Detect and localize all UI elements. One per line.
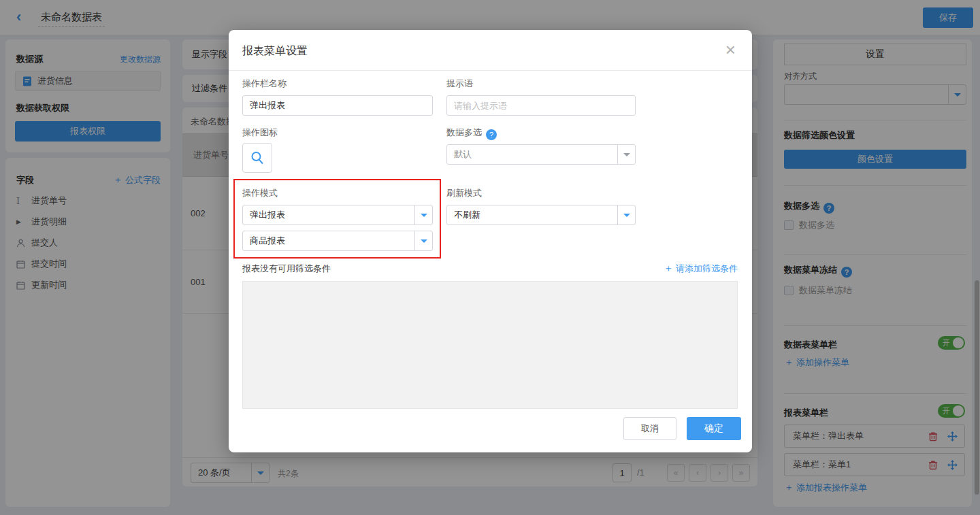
filter-note: 报表没有可用筛选条件 [242, 263, 331, 275]
add-filter-link[interactable]: ＋请添加筛选条件 [664, 263, 738, 275]
plus-icon: ＋ [664, 263, 673, 273]
chevron-down-icon [617, 205, 635, 225]
modal-header: 报表菜单设置 × [229, 30, 752, 71]
tip-input[interactable] [446, 95, 636, 116]
close-icon[interactable]: × [725, 39, 736, 61]
report-select[interactable]: 商品报表 [242, 231, 433, 251]
action-name-input[interactable] [242, 95, 433, 116]
cancel-button[interactable]: 取消 [623, 417, 676, 440]
data-multiselect-select[interactable]: 默认 [446, 144, 636, 165]
help-icon[interactable]: ? [486, 129, 497, 140]
screen: ‹ 未命名数据表 保存 数据源 更改数据源 进货信息 数据获取权限 报表权限 字… [0, 0, 980, 515]
modal-title: 报表菜单设置 [242, 44, 308, 59]
refresh-mode-select[interactable]: 不刷新 [446, 205, 636, 225]
report-menu-settings-modal: 报表菜单设置 × 操作栏名称 提示语 操作图标 数据多选? 默认 操作模式 刷新… [229, 30, 752, 452]
tip-label: 提示语 [446, 78, 473, 90]
confirm-button[interactable]: 确定 [687, 417, 741, 440]
chevron-down-icon [414, 205, 432, 225]
data-multiselect-label: 数据多选? [446, 127, 497, 140]
search-icon [250, 150, 265, 165]
refresh-mode-label: 刷新模式 [446, 187, 482, 199]
action-icon-button[interactable] [242, 143, 272, 173]
filter-conditions-panel [242, 281, 738, 409]
action-name-label: 操作栏名称 [242, 78, 287, 90]
action-icon-label: 操作图标 [242, 127, 278, 139]
action-mode-label: 操作模式 [242, 187, 278, 199]
chevron-down-icon [617, 145, 635, 164]
action-mode-select[interactable]: 弹出报表 [242, 205, 433, 225]
chevron-down-icon [414, 231, 432, 250]
